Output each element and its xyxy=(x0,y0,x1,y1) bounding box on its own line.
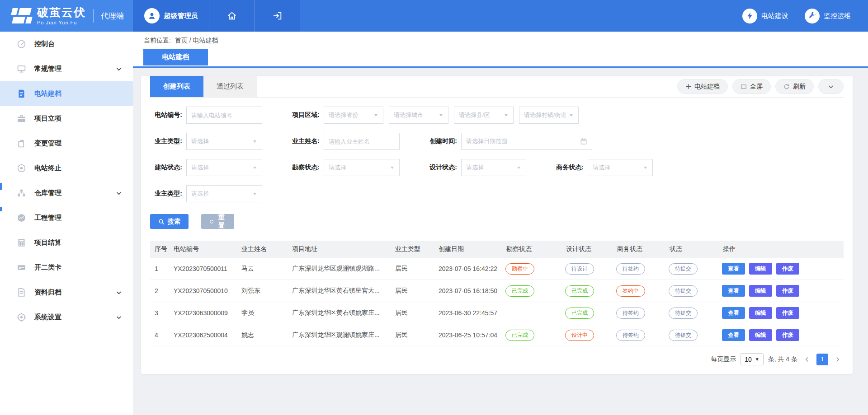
page-number-1[interactable]: 1 xyxy=(816,354,828,365)
design-status-badge: 已完成 xyxy=(565,308,594,319)
chevron-down-icon xyxy=(116,289,122,296)
chevron-left-icon xyxy=(804,356,810,363)
caret-down-icon: ▼ xyxy=(252,191,257,196)
per-page-select[interactable]: 10 ▼ xyxy=(741,353,763,365)
business-status-label: 商务状态: xyxy=(548,163,588,172)
province-select[interactable]: 请选择省份▼ xyxy=(324,107,383,124)
fullscreen-icon xyxy=(741,84,747,90)
business-status-select[interactable]: 请选择▼ xyxy=(588,159,653,176)
owner-type-label-2: 业主类型: xyxy=(146,190,186,198)
create-date: 2023-07-05 16:42:22 xyxy=(438,265,505,272)
owner-name: 姚忠 xyxy=(241,331,291,339)
content-card: 创建列表 通过列表 电站建档 全屏 刷新 xyxy=(141,76,853,374)
fullscreen-button[interactable]: 全屏 xyxy=(732,79,771,94)
owner-name-input[interactable] xyxy=(329,138,395,145)
view-button[interactable]: 查看 xyxy=(722,329,745,341)
design-status-badge: 待设计 xyxy=(565,263,594,275)
void-button[interactable]: 作废 xyxy=(776,285,799,297)
sidebar-item-project-settlement[interactable]: 项目结算 xyxy=(0,230,133,255)
design-status-select[interactable]: 请选择▼ xyxy=(461,159,526,176)
copy-icon xyxy=(16,139,26,149)
plus-icon xyxy=(685,84,691,89)
owner-type-select[interactable]: 请选择▼ xyxy=(186,133,262,150)
brand-title: 破茧云伏 xyxy=(37,6,86,19)
dashboard-icon xyxy=(16,39,26,49)
sidebar-scroll-indicator[interactable] xyxy=(0,207,2,211)
home-icon xyxy=(227,11,237,21)
sidebar-item-open-card[interactable]: 开二类卡 xyxy=(0,255,133,280)
add-station-button[interactable]: 电站建档 xyxy=(677,79,728,94)
sidebar-item-dashboard[interactable]: 控制台 xyxy=(0,32,133,56)
caret-down-icon: ▼ xyxy=(504,113,509,117)
home-button[interactable] xyxy=(209,0,255,32)
build-status-select[interactable]: 请选择▼ xyxy=(186,159,262,176)
page-tab-station-archive[interactable]: 电站建档 xyxy=(143,49,208,65)
search-button[interactable]: 搜索 xyxy=(150,214,189,229)
district-select[interactable]: 请选择县/区▼ xyxy=(454,107,514,124)
sidebar-item-warehouse-mgmt[interactable]: 仓库管理 xyxy=(0,181,133,205)
station-code-label: 电站编号: xyxy=(146,111,186,119)
reset-icon xyxy=(209,219,214,225)
archive-icon xyxy=(16,288,26,298)
station-code-input[interactable] xyxy=(191,112,257,119)
nav-station-build[interactable]: 电站建设 xyxy=(742,9,788,23)
create-time-label: 创建时间: xyxy=(421,137,461,145)
edit-button[interactable]: 编辑 xyxy=(749,285,772,297)
breadcrumb: 当前位置: 首页 / 电站建档 xyxy=(133,32,868,45)
create-date: 2023-07-05 16:18:50 xyxy=(438,287,505,294)
filter-actions: 搜索 重置 xyxy=(150,214,853,229)
brand-logo-icon xyxy=(12,7,32,24)
business-status-badge: 签约中 xyxy=(616,285,645,297)
avatar xyxy=(144,8,160,23)
reset-button[interactable]: 重置 xyxy=(201,214,234,229)
tab-passed-list[interactable]: 通过列表 xyxy=(203,76,257,97)
sidebar-item-engineering-mgmt[interactable]: 工程管理 xyxy=(0,205,133,230)
edit-button[interactable]: 编辑 xyxy=(749,307,772,319)
design-status-badge: 已完成 xyxy=(565,285,594,297)
table-row: 4 YX2023062500004 姚忠 广东深圳龙华区观澜镇姚家庄... 居民… xyxy=(150,324,844,346)
status-badge: 待提交 xyxy=(669,330,698,341)
void-button[interactable]: 作废 xyxy=(776,307,799,319)
sidebar-item-data-archive[interactable]: 资料归档 xyxy=(0,280,133,305)
card-icon xyxy=(16,263,26,273)
owner-type-select-2[interactable]: 请选择▼ xyxy=(186,185,262,202)
logout-button[interactable] xyxy=(255,0,300,32)
view-button[interactable]: 查看 xyxy=(722,263,745,275)
edit-button[interactable]: 编辑 xyxy=(749,329,772,341)
status-badge: 待提交 xyxy=(669,263,698,275)
sidebar-item-change-mgmt[interactable]: 变更管理 xyxy=(0,131,133,156)
chevron-down-icon xyxy=(116,314,122,321)
survey-status-label: 勘察状态: xyxy=(284,163,324,172)
survey-status-badge: 勘察中 xyxy=(505,263,534,275)
view-button[interactable]: 查看 xyxy=(722,285,745,297)
nav-monitor-ops[interactable]: 监控运维 xyxy=(805,9,851,23)
survey-status-select[interactable]: 请选择▼ xyxy=(324,159,400,176)
business-status-badge: 待签约 xyxy=(616,263,645,275)
chevron-down-icon xyxy=(116,66,122,72)
caret-down-icon: ▼ xyxy=(439,113,443,117)
void-button[interactable]: 作废 xyxy=(776,263,799,275)
refresh-button[interactable]: 刷新 xyxy=(775,79,814,94)
edit-button[interactable]: 编辑 xyxy=(749,263,772,275)
sidebar-item-project-initiation[interactable]: 项目立项 xyxy=(0,106,133,131)
user-menu[interactable]: 超级管理员 xyxy=(133,0,209,32)
view-button[interactable]: 查看 xyxy=(722,307,745,319)
sidebar-scroll-indicator[interactable] xyxy=(0,183,2,190)
prev-page-button[interactable] xyxy=(802,354,812,364)
tab-create-list[interactable]: 创建列表 xyxy=(150,76,203,97)
void-button[interactable]: 作废 xyxy=(776,329,799,341)
sidebar-item-station-archive[interactable]: 电站建档 xyxy=(0,81,133,106)
station-code: YX2023062500004 xyxy=(173,331,241,339)
caret-down-icon: ▼ xyxy=(643,165,648,170)
sidebar-item-general-mgmt[interactable]: 常规管理 xyxy=(0,56,133,81)
collapse-toolbar-button[interactable] xyxy=(818,79,844,94)
sidebar-item-system-settings[interactable]: 系统设置 xyxy=(0,305,133,330)
monitor-icon xyxy=(16,64,26,74)
next-page-button[interactable] xyxy=(833,354,843,364)
town-select[interactable]: 请选择村镇/街道▼ xyxy=(519,107,579,124)
caret-down-icon: ▼ xyxy=(252,139,257,144)
owner-type-label: 业主类型: xyxy=(146,137,186,145)
date-range-picker[interactable]: 请选择日期范围 xyxy=(461,133,592,150)
city-select[interactable]: 请选择城市▼ xyxy=(389,107,448,124)
sidebar-item-station-terminate[interactable]: 电站终止 xyxy=(0,156,133,181)
